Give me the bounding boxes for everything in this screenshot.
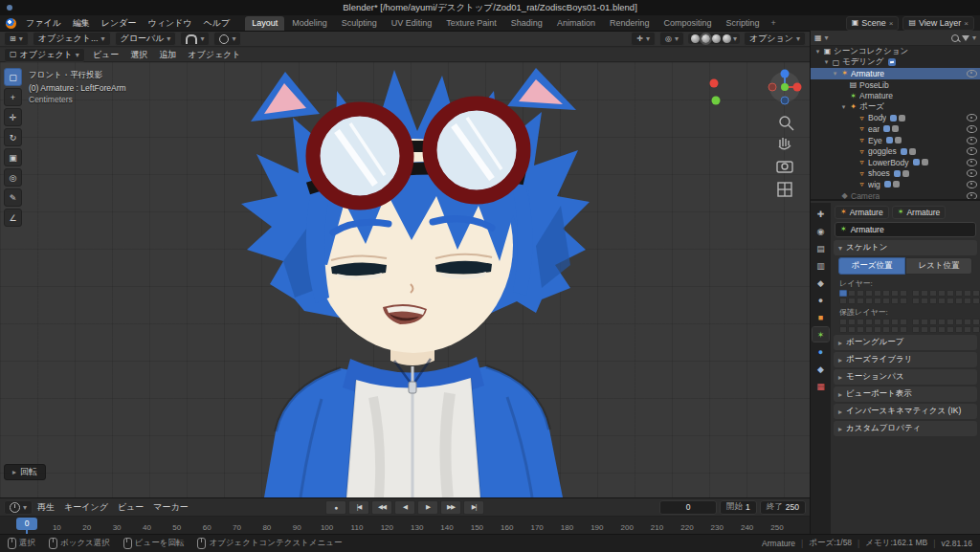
object-mode-dropdown[interactable]: ▢オブジェクト▾ xyxy=(4,48,85,62)
blender-logo-icon[interactable] xyxy=(6,18,16,29)
visibility-eye-icon[interactable] xyxy=(967,147,977,155)
visibility-eye-icon[interactable] xyxy=(967,125,977,133)
workspace-tab[interactable]: Modeling xyxy=(285,16,334,31)
armature-modifier-icon[interactable] xyxy=(884,181,891,188)
wireframe-shading-icon[interactable] xyxy=(691,34,700,43)
layer-toggle[interactable] xyxy=(882,319,890,325)
viewport-menu[interactable]: 選択 xyxy=(124,49,153,61)
workspace-tab[interactable]: Layout xyxy=(245,16,284,31)
show-gizmo-toggle[interactable]: ✛▾ xyxy=(631,32,656,46)
visibility-eye-icon[interactable] xyxy=(967,114,977,121)
layer-toggle[interactable] xyxy=(929,319,937,325)
layer-toggle[interactable] xyxy=(938,298,946,304)
workspace-tab[interactable]: Shading xyxy=(504,16,549,31)
proportional-edit-toggle[interactable]: ▾ xyxy=(213,32,241,46)
panel-header[interactable]: ▸インバースキネマティクス (IK) xyxy=(834,404,977,419)
workspace-tab[interactable]: Sculpting xyxy=(335,16,384,31)
properties-tab-physics[interactable]: ● xyxy=(813,344,829,359)
panel-header[interactable]: ▸ボーングループ xyxy=(834,335,977,350)
layer-toggle[interactable] xyxy=(882,326,890,333)
workspace-tab[interactable]: Texture Paint xyxy=(439,16,503,31)
timeline-menu[interactable]: 再生 xyxy=(33,501,59,514)
wrench-icon[interactable] xyxy=(893,181,900,188)
viewport-nav-icons[interactable] xyxy=(777,117,793,196)
properties-tab-scene[interactable]: ◆ xyxy=(813,276,829,290)
properties-tab-tool[interactable]: ✚ xyxy=(813,207,829,221)
titlebar[interactable]: Blender* [/home/ayumi/デスクトップ/Zod01_rat/Z… xyxy=(0,0,980,15)
material-shading-icon[interactable] xyxy=(712,34,721,43)
properties-tab-object-data[interactable]: ✶ xyxy=(813,327,829,342)
outliner-row[interactable]: ▿wig xyxy=(811,179,980,190)
viewport-menu[interactable]: 追加 xyxy=(153,49,182,61)
layer-toggle[interactable] xyxy=(955,290,963,297)
panel-header[interactable]: ▸ビューポート表示 xyxy=(834,386,977,402)
armature-modifier-icon[interactable] xyxy=(890,115,897,121)
layer-toggle[interactable] xyxy=(839,326,847,333)
outliner-row[interactable]: ▾✶Armature xyxy=(811,68,980,79)
next-keyframe-button[interactable]: ▶▶ xyxy=(440,500,461,515)
playhead[interactable]: 0 xyxy=(16,518,37,530)
panel-header[interactable]: ▸モーションパス xyxy=(834,369,977,385)
armature-modifier-icon[interactable] xyxy=(901,148,907,155)
properties-tab-object[interactable]: ■ xyxy=(813,310,829,324)
visibility-eye-icon[interactable] xyxy=(967,192,977,200)
layer-toggle[interactable] xyxy=(891,326,899,333)
layer-toggle[interactable] xyxy=(839,290,847,297)
visibility-eye-icon[interactable] xyxy=(967,137,977,144)
layer-toggle[interactable] xyxy=(938,290,946,297)
visibility-eye-icon[interactable] xyxy=(967,169,977,177)
expand-icon[interactable]: ▾ xyxy=(813,48,822,55)
layer-toggle[interactable] xyxy=(900,298,907,304)
tool-measure[interactable]: ∠ xyxy=(4,209,22,227)
layer-toggle[interactable] xyxy=(938,326,946,333)
layer-toggle[interactable] xyxy=(938,319,946,325)
layer-toggle[interactable] xyxy=(929,290,937,297)
layer-toggle[interactable] xyxy=(921,298,928,304)
layer-toggle[interactable] xyxy=(972,326,980,333)
layer-toggle[interactable] xyxy=(947,319,954,325)
rendered-shading-icon[interactable] xyxy=(723,34,731,43)
tool-box-select[interactable]: ▢ xyxy=(4,68,22,86)
breadcrumb-item[interactable]: ✶Armature xyxy=(892,206,947,219)
layer-toggle[interactable] xyxy=(891,298,899,304)
layer-toggle[interactable] xyxy=(964,319,971,325)
layer-toggle[interactable] xyxy=(874,319,881,325)
timeline-ruler[interactable]: 0 01020304050607080901001101201301401501… xyxy=(0,517,810,534)
tool-rotate[interactable]: ↻ xyxy=(4,128,22,146)
armature-modifier-icon[interactable] xyxy=(883,125,890,132)
app-menu[interactable]: 編集 xyxy=(67,15,96,31)
layer-toggle[interactable] xyxy=(848,319,856,325)
wrench-icon[interactable] xyxy=(909,148,916,155)
outliner-editor-icon[interactable]: ▦ xyxy=(814,34,822,42)
layer-toggle[interactable] xyxy=(848,298,856,304)
outliner-row[interactable]: ▿Body xyxy=(811,113,980,124)
layer-toggle[interactable] xyxy=(900,319,907,325)
layer-toggle[interactable] xyxy=(964,290,971,297)
layer-toggle[interactable] xyxy=(891,319,899,325)
app-menu[interactable]: レンダー xyxy=(96,15,143,31)
snap-toggle[interactable]: ▾ xyxy=(180,32,210,46)
layer-toggle[interactable] xyxy=(874,298,881,304)
armature-modifier-icon[interactable] xyxy=(894,170,901,177)
outliner-row[interactable]: ▿goggles xyxy=(811,145,980,157)
armature-modifier-icon[interactable] xyxy=(886,137,893,144)
tool-annotate[interactable]: ✎ xyxy=(4,188,22,207)
workspace-tab[interactable]: UV Editing xyxy=(385,16,439,31)
layer-toggle[interactable] xyxy=(865,319,873,325)
layer-toggle[interactable] xyxy=(848,326,856,333)
character-render[interactable] xyxy=(0,62,810,497)
timeline-menu[interactable]: キーイング xyxy=(59,501,113,514)
properties-tab-constraints[interactable]: ◆ xyxy=(813,362,829,376)
properties-tab-texture[interactable]: ▦ xyxy=(813,379,829,393)
previous-keyframe-button[interactable]: ◀◀ xyxy=(371,500,392,515)
layer-toggle[interactable] xyxy=(921,290,928,297)
outliner-row[interactable]: ▿Eye xyxy=(811,135,980,146)
layer-toggle[interactable] xyxy=(955,319,963,325)
wrench-icon[interactable] xyxy=(892,125,899,132)
layer-toggle[interactable] xyxy=(972,290,980,297)
orientation-dropdown[interactable]: グローバル▾ xyxy=(115,32,177,46)
navigation-gizmo[interactable] xyxy=(768,70,802,105)
layer-toggle[interactable] xyxy=(912,290,920,297)
play-reverse-button[interactable]: ◀ xyxy=(394,500,415,515)
layer-toggle[interactable] xyxy=(955,298,963,304)
